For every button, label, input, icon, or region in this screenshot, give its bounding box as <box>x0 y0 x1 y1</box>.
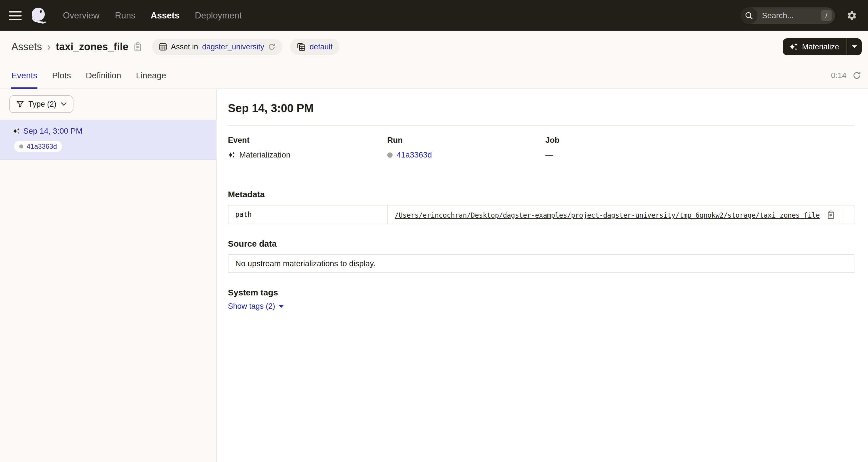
type-filter-button[interactable]: Type (2) <box>9 95 73 113</box>
event-timestamp[interactable]: Sep 14, 3:00 PM <box>12 126 207 136</box>
events-sidebar: Type (2) Sep 14, 3:00 PM 41a3363d <box>0 89 217 462</box>
job-column-label: Job <box>546 136 855 145</box>
tab-events[interactable]: Events <box>11 62 37 89</box>
tab-lineage[interactable]: Lineage <box>136 62 166 89</box>
metadata-heading: Metadata <box>228 190 855 199</box>
page-title: taxi_zones_file <box>56 41 128 53</box>
empty-message-text: No upstream materializations to display. <box>235 259 375 268</box>
breadcrumb-separator: › <box>47 41 51 53</box>
materialize-split-button: Materialize <box>783 38 862 55</box>
run-column: Run 41a3363d <box>387 136 546 160</box>
top-navigation-bar: Overview Runs Assets Deployment / <box>0 0 868 31</box>
materialize-button[interactable]: Materialize <box>783 38 846 55</box>
layered-grid-icon <box>297 42 306 51</box>
run-status-dot <box>387 152 393 158</box>
nav-deployment[interactable]: Deployment <box>195 10 242 21</box>
event-overview-columns: Event Materialization Run 41a3363d Job — <box>228 136 855 160</box>
source-data-heading: Source data <box>228 239 855 249</box>
refresh-countdown: 0:14 <box>831 71 847 80</box>
metadata-key-cell: path <box>228 205 388 224</box>
job-column: Job — <box>546 136 855 160</box>
metadata-path-link[interactable]: /Users/erincochran/Desktop/dagster-examp… <box>395 211 820 219</box>
chevron-down-icon <box>61 103 67 106</box>
metadata-table: path /Users/erincochran/Desktop/dagster-… <box>228 205 855 224</box>
metadata-value-cell: /Users/erincochran/Desktop/dagster-examp… <box>388 205 842 224</box>
run-column-label: Run <box>387 136 546 145</box>
materialize-label: Materialize <box>802 42 839 51</box>
event-detail-title: Sep 14, 3:00 PM <box>228 101 855 115</box>
nav-runs[interactable]: Runs <box>115 10 135 21</box>
group-badge: default <box>290 38 339 55</box>
event-type-value: Materialization <box>239 150 290 160</box>
breadcrumb-row: Assets › taxi_zones_file Asset in dagste… <box>0 31 868 62</box>
breadcrumb-assets-link[interactable]: Assets <box>11 41 42 53</box>
materialization-sparkle-icon <box>12 127 20 135</box>
run-id-chip[interactable]: 41a3363d <box>14 141 62 152</box>
tab-definition[interactable]: Definition <box>86 62 121 89</box>
reload-location-icon[interactable] <box>268 43 276 51</box>
materialize-dropdown-button[interactable] <box>847 38 862 55</box>
nav-assets[interactable]: Assets <box>151 10 180 21</box>
tab-plots[interactable]: Plots <box>52 62 71 89</box>
gear-icon[interactable] <box>846 10 857 21</box>
metadata-spacer-cell <box>842 205 854 224</box>
asset-in-label: Asset in <box>171 42 198 51</box>
filter-bar: Type (2) <box>0 89 216 120</box>
caret-down-icon <box>851 45 857 49</box>
dagster-asset-page: Overview Runs Assets Deployment / Assets… <box>0 0 868 462</box>
refresh-icon[interactable] <box>853 71 861 80</box>
show-tags-label: Show tags (2) <box>228 302 275 311</box>
copy-path-icon[interactable] <box>827 210 835 219</box>
event-column: Event Materialization <box>228 136 387 160</box>
source-data-empty-message: No upstream materializations to display. <box>228 254 855 273</box>
code-location-badge: Asset in dagster_university <box>152 38 282 55</box>
group-link[interactable]: default <box>310 42 333 51</box>
grid-icon <box>159 43 167 51</box>
event-detail-panel: Sep 14, 3:00 PM Event Materialization Ru… <box>217 89 868 462</box>
show-tags-toggle[interactable]: Show tags (2) <box>228 302 284 311</box>
materialization-sparkle-icon <box>228 151 235 158</box>
type-filter-label: Type (2) <box>28 100 56 109</box>
materialize-sparkle-icon <box>789 42 798 51</box>
table-row: path /Users/erincochran/Desktop/dagster-… <box>228 205 854 224</box>
search-icon <box>740 7 757 24</box>
divider <box>228 125 855 126</box>
refresh-area: 0:14 <box>831 62 862 89</box>
primary-nav: Overview Runs Assets Deployment <box>63 10 242 21</box>
copy-asset-name-icon[interactable] <box>133 42 142 52</box>
event-timestamp-label: Sep 14, 3:00 PM <box>23 126 83 136</box>
slash-shortcut-key: / <box>821 10 832 21</box>
job-empty-value: — <box>546 150 553 160</box>
dagster-logo-icon[interactable] <box>29 6 48 25</box>
run-id-label: 41a3363d <box>27 142 57 150</box>
system-tags-heading: System tags <box>228 288 855 297</box>
run-status-dot <box>19 144 23 148</box>
nav-overview[interactable]: Overview <box>63 10 99 21</box>
menu-icon[interactable] <box>9 11 22 20</box>
search-bar[interactable]: / <box>740 7 835 24</box>
event-list: Sep 14, 3:00 PM 41a3363d <box>0 120 216 160</box>
event-list-item-selected[interactable]: Sep 14, 3:00 PM 41a3363d <box>0 120 216 160</box>
code-location-link[interactable]: dagster_university <box>202 42 264 51</box>
tabs-bar: Events Plots Definition Lineage 0:14 <box>0 62 868 89</box>
caret-down-icon <box>279 305 284 308</box>
filter-funnel-icon <box>17 101 24 108</box>
event-column-label: Event <box>228 136 387 145</box>
search-input[interactable] <box>757 11 821 20</box>
content-area: Type (2) Sep 14, 3:00 PM 41a3363d <box>0 89 868 462</box>
run-id-link[interactable]: 41a3363d <box>397 150 432 160</box>
